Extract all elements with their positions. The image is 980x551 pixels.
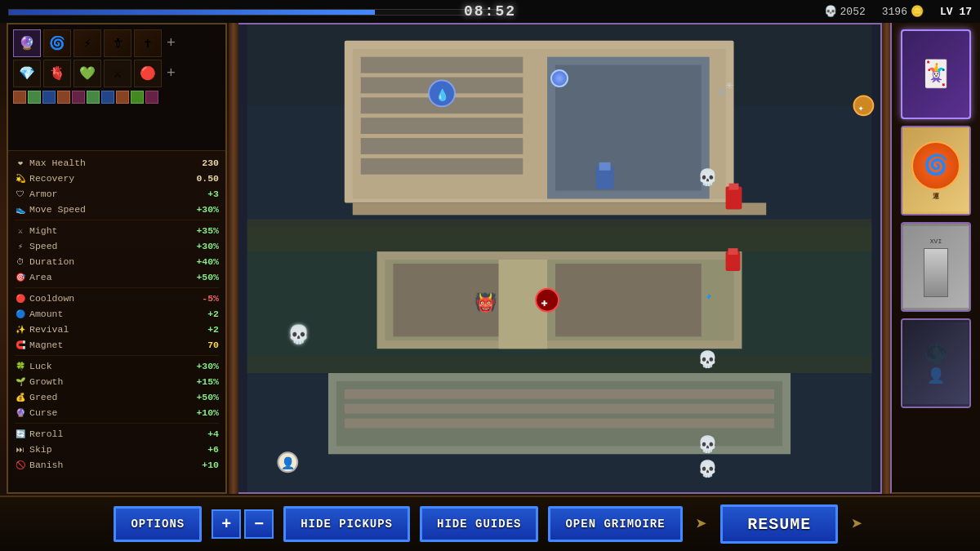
revival-icon: ✨ (15, 324, 26, 335)
greed-value: +50% (186, 392, 219, 402)
svg-rect-13 (353, 202, 766, 215)
accessory-slot-2[interactable]: 🫀 (43, 60, 71, 87)
magnet-value: 70 (186, 340, 219, 350)
svg-rect-17 (555, 264, 702, 336)
hide-pickups-button[interactable]: Hide Pickups (283, 506, 410, 542)
svg-rect-40 (726, 187, 742, 210)
amount-row: 🔵 Amount +2 (15, 306, 219, 322)
svg-rect-10 (361, 158, 523, 175)
skip-row: ⏭ Skip +6 (15, 442, 219, 457)
svg-text:✦: ✦ (858, 103, 863, 114)
card-3-content: XVI (902, 224, 969, 310)
svg-rect-24 (247, 219, 872, 251)
add-accessory-btn[interactable]: + (164, 65, 178, 82)
gold-count: 3196 🪙 (882, 5, 924, 18)
options-button[interactable]: OPTIONS (114, 506, 202, 542)
health-icon: ❤️ (15, 158, 26, 169)
card-slot-3[interactable]: XVI (901, 222, 971, 312)
revival-value: +2 (186, 324, 219, 335)
greed-icon: 💰 (15, 392, 26, 403)
banish-value: +10 (186, 460, 219, 470)
map-svg: 💀 💀 💀 💀 💀 👤 💧 ✦ 👹 ❄️ ✚ (238, 24, 880, 492)
add-weapon-btn[interactable]: + (164, 35, 178, 51)
skull-icon: 💀 (824, 5, 837, 18)
armor-icon: 🛡 (15, 189, 26, 200)
weapon-slot-4[interactable]: 🗡 (104, 29, 131, 57)
reroll-icon: 🔄 (15, 429, 26, 440)
level-badge: LV 17 (940, 6, 972, 18)
duration-icon: ⏱ (15, 256, 26, 268)
svg-text:💧: 💧 (435, 88, 450, 102)
divider-2 (15, 287, 219, 288)
recovery-row: 💫 Recovery 0.50 (15, 171, 219, 186)
reroll-label: 🔄 Reroll (15, 429, 186, 440)
xp-section (8, 7, 824, 16)
card-1-content: 🃏 (902, 31, 969, 118)
duration-label: ⏱ Duration (15, 256, 186, 268)
open-grimoire-button[interactable]: Open Grimoire (548, 506, 682, 542)
max-health-row: ❤️ Max Health 230 (15, 155, 219, 171)
cooldown-icon: 🔴 (15, 293, 26, 304)
card-slot-2[interactable]: 🌀 運 (901, 126, 971, 216)
speed-row: ⚡ Speed +30% (15, 238, 219, 254)
weapon-slot-5[interactable]: ✝ (134, 29, 162, 57)
stats-section: ❤️ Max Health 230 💫 Recovery 0.50 🛡 Armo… (8, 151, 225, 477)
left-column-decoration (229, 23, 238, 494)
card-slot-1[interactable]: 🃏 (901, 29, 971, 119)
might-value: +35% (186, 225, 219, 236)
svg-rect-25 (247, 357, 872, 373)
amount-value: +2 (186, 309, 219, 319)
xp-fill (9, 10, 375, 15)
weapon-slot-2[interactable]: 🌀 (43, 29, 71, 57)
recovery-icon: 💫 (15, 173, 26, 184)
svg-rect-12 (555, 65, 702, 191)
curse-icon: 🔮 (15, 407, 26, 419)
armor-label: 🛡 Armor (15, 189, 186, 200)
svg-text:💀: 💀 (697, 167, 718, 188)
svg-rect-49 (728, 248, 738, 255)
accessory-slot-1[interactable]: 💎 (13, 60, 41, 87)
revival-row: ✨ Revival +2 (15, 322, 219, 337)
luck-row: 🍀 Luck +30% (15, 358, 219, 374)
timer-display: 08:52 (464, 3, 516, 20)
accessory-slot-4[interactable]: ⚔️ (104, 60, 131, 87)
area-label: 🎯 Area (15, 272, 186, 283)
might-icon: ⚔️ (15, 225, 26, 237)
svg-text:👹: 👹 (474, 291, 497, 314)
luck-icon: 🍀 (15, 361, 26, 372)
map-orb-overlay (550, 69, 568, 87)
svg-text:✚: ✚ (541, 296, 547, 309)
svg-rect-41 (729, 184, 739, 190)
card-slot-4[interactable]: 🌑 👤 (901, 318, 971, 408)
growth-icon: 🌱 (15, 376, 26, 388)
speed-stat-value: +30% (186, 241, 219, 251)
zoom-in-button[interactable]: + (212, 509, 241, 539)
area-value: +50% (186, 272, 219, 282)
zoom-out-button[interactable]: − (244, 509, 274, 539)
skip-value: +6 (186, 444, 219, 455)
banish-icon: 🚫 (15, 460, 26, 471)
might-row: ⚔️ Might +35% (15, 223, 219, 238)
hide-guides-button[interactable]: Hide Guides (420, 506, 538, 542)
amount-label: 🔵 Amount (15, 309, 186, 320)
divider-4 (15, 423, 219, 424)
accessory-slot-3[interactable]: 💚 (74, 60, 101, 87)
duration-row: ⏱ Duration +40% (15, 254, 219, 269)
svg-rect-43 (599, 162, 611, 171)
curse-label: 🔮 Curse (15, 407, 186, 419)
skull-value: 2052 (840, 6, 866, 18)
accessory-slot-5[interactable]: 🔴 (134, 60, 162, 87)
greed-row: 💰 Greed +50% (15, 389, 219, 405)
svg-text:💀: 💀 (697, 434, 718, 455)
revival-label: ✨ Revival (15, 324, 186, 335)
svg-text:✳: ✳ (726, 78, 734, 93)
top-bar: 08:52 💀 2052 3196 🪙 LV 17 (0, 0, 980, 23)
max-health-label: ❤️ Max Health (15, 158, 186, 169)
resume-button[interactable]: RESUME (720, 504, 838, 544)
right-panel: 🃏 🌀 運 XVI 🌑 👤 (890, 23, 980, 494)
move-speed-row: 👟 Move Speed +30% (15, 202, 219, 217)
armor-value: +3 (186, 189, 219, 199)
svg-rect-21 (345, 389, 774, 399)
weapon-slot-3[interactable]: ⚡ (74, 29, 101, 57)
weapon-slot-1[interactable]: 🔮 (13, 29, 41, 57)
